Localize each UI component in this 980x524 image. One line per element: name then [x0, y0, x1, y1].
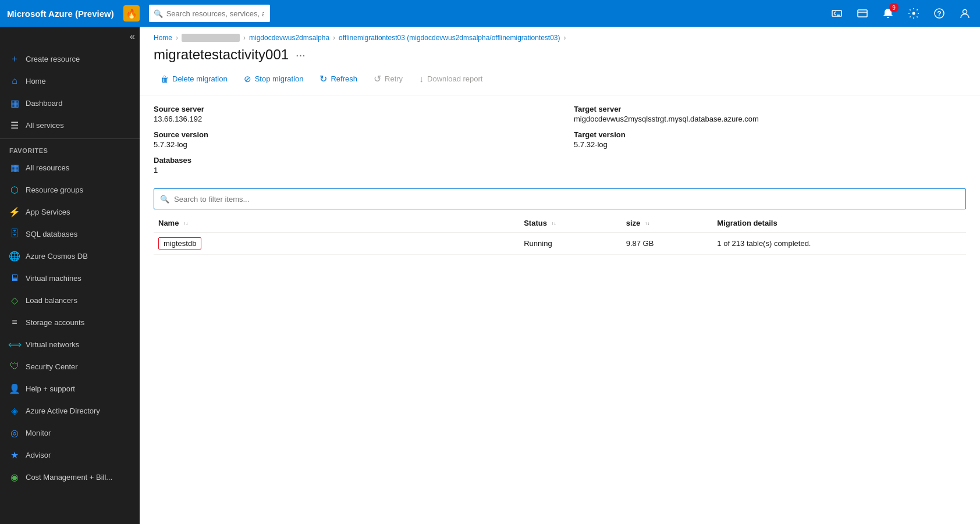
breadcrumb-home[interactable]: Home: [154, 34, 172, 42]
col-status[interactable]: Status ↑↓: [519, 214, 621, 233]
svg-point-4: [912, 12, 915, 15]
table-body: migtestdb Running 9.87 GB 1 of 213 table…: [154, 233, 966, 255]
toolbar: 🗑 Delete migration ⊘ Stop migration ↻ Re…: [140, 63, 980, 95]
sidebar-item-label: Virtual machines: [26, 274, 81, 283]
sidebar-item-help-support[interactable]: 👤 Help + support: [0, 377, 140, 400]
target-version-label: Target version: [574, 130, 966, 139]
azure-icon: 🔥: [123, 5, 140, 22]
sidebar-item-azure-active-directory[interactable]: ◈ Azure Active Directory: [0, 400, 140, 422]
source-version-group: Source version 5.7.32-log: [154, 130, 546, 149]
info-section: Source server 13.66.136.192 Target serve…: [140, 95, 980, 184]
col-size[interactable]: size ↑↓: [622, 214, 713, 233]
stop-migration-button[interactable]: ⊘ Stop migration: [237, 70, 311, 88]
cost-management-icon: ◉: [9, 472, 20, 482]
sidebar-item-label: Advisor: [26, 451, 51, 459]
search-wrapper: 🔍: [149, 5, 545, 22]
breadcrumb: Home › › migdocdevwus2dmsalpha › offline…: [140, 27, 980, 42]
databases-value: 1: [154, 166, 546, 174]
sidebar-item-label: Storage accounts: [26, 318, 84, 327]
sidebar-item-virtual-machines[interactable]: 🖥 Virtual machines: [0, 267, 140, 289]
breadcrumb-test03[interactable]: offlinemigrationtest03 (migdocdevwus2dms…: [339, 34, 560, 42]
sidebar-item-advisor[interactable]: ★ Advisor: [0, 444, 140, 466]
page-title: migratetestactivity001: [154, 47, 289, 63]
target-server-group: Target server migdocdevwus2mysqlsstrgt.m…: [574, 105, 966, 123]
search-input[interactable]: [149, 5, 270, 22]
target-server-value: migdocdevwus2mysqlsstrgt.mysql.database.…: [574, 115, 966, 123]
sidebar-item-load-balancers[interactable]: ◇ Load balancers: [0, 289, 140, 311]
notifications-button[interactable]: 9: [880, 5, 896, 22]
notification-count: 9: [889, 3, 899, 12]
retry-button[interactable]: ↺ Retry: [367, 70, 410, 88]
download-icon: ↓: [419, 74, 424, 84]
sidebar-item-cost-management[interactable]: ◉ Cost Management + Bill...: [0, 466, 140, 488]
data-table: Name ↑↓ Status ↑↓ size ↑↓ Migration de: [154, 214, 966, 255]
db-name-link[interactable]: migtestdb: [158, 237, 201, 249]
table-wrapper: Name ↑↓ Status ↑↓ size ↑↓ Migration de: [140, 214, 980, 255]
sidebar-item-all-services[interactable]: ☰ All services: [0, 114, 140, 136]
cell-migration-details: 1 of 213 table(s) completed.: [712, 233, 966, 255]
account-button[interactable]: [957, 5, 973, 22]
col-name[interactable]: Name ↑↓: [154, 214, 519, 233]
sidebar-item-label: All resources: [26, 163, 69, 172]
sidebar-item-resource-groups[interactable]: ⬡ Resource groups: [0, 179, 140, 201]
sidebar-item-label: Security Center: [26, 362, 78, 371]
svg-point-7: [963, 10, 967, 14]
cell-name: migtestdb: [154, 233, 519, 255]
breadcrumb-alpha[interactable]: migdocdevwus2dmsalpha: [249, 34, 329, 42]
sidebar-item-label: Home: [26, 77, 46, 85]
filter-search-icon: 🔍: [160, 195, 169, 204]
page-title-row: migratetestactivity001 ···: [140, 42, 980, 63]
virtual-networks-icon: ⟺: [9, 339, 20, 350]
help-button[interactable]: ?: [931, 5, 947, 22]
cell-size: 9.87 GB: [622, 233, 713, 255]
directory-button[interactable]: [854, 5, 871, 22]
advisor-icon: ★: [9, 450, 20, 460]
download-report-button[interactable]: ↓ Download report: [412, 70, 489, 88]
settings-button[interactable]: [906, 5, 922, 22]
sidebar-item-storage-accounts[interactable]: ≡ Storage accounts: [0, 311, 140, 333]
all-resources-icon: ▦: [9, 162, 20, 173]
sidebar-item-app-services[interactable]: ⚡ App Services: [0, 201, 140, 223]
page-title-dots-button[interactable]: ···: [296, 48, 306, 62]
sidebar-item-virtual-networks[interactable]: ⟺ Virtual networks: [0, 333, 140, 355]
source-server-label: Source server: [154, 105, 546, 113]
sidebar-item-label: Azure Active Directory: [26, 407, 100, 415]
name-sort-icon: ↑↓: [183, 222, 188, 226]
sidebar-item-create-resource[interactable]: ＋ Create resource: [0, 48, 140, 70]
sidebar-item-dashboard[interactable]: ▦ Dashboard: [0, 92, 140, 114]
sql-databases-icon: 🗄: [9, 229, 20, 239]
cloud-shell-button[interactable]: [829, 5, 845, 22]
breadcrumb-blurred: [182, 34, 240, 42]
collapse-button[interactable]: «: [130, 31, 135, 42]
brand-title: Microsoft Azure (Preview): [7, 9, 114, 19]
sidebar-item-cosmos-db[interactable]: 🌐 Azure Cosmos DB: [0, 245, 140, 267]
refresh-button[interactable]: ↻ Refresh: [313, 70, 364, 88]
sidebar-item-label: Azure Cosmos DB: [26, 252, 88, 261]
table-header: Name ↑↓ Status ↑↓ size ↑↓ Migration de: [154, 214, 966, 233]
status-sort-icon: ↑↓: [552, 222, 556, 226]
sidebar-item-label: Monitor: [26, 429, 51, 437]
storage-accounts-icon: ≡: [9, 317, 20, 327]
filter-bar: 🔍: [154, 188, 966, 209]
delete-migration-button[interactable]: 🗑 Delete migration: [154, 71, 235, 87]
dashboard-icon: ▦: [9, 98, 20, 108]
source-version-label: Source version: [154, 130, 546, 139]
databases-label: Databases: [154, 156, 546, 165]
topbar: Microsoft Azure (Preview) 🔥 🔍 9 ?: [0, 0, 980, 27]
home-icon: ⌂: [9, 76, 20, 86]
sidebar-item-all-resources[interactable]: ▦ All resources: [0, 156, 140, 179]
source-version-value: 5.7.32-log: [154, 140, 546, 149]
sidebar-item-sql-databases[interactable]: 🗄 SQL databases: [0, 223, 140, 245]
svg-text:?: ?: [937, 10, 941, 18]
all-services-icon: ☰: [9, 120, 20, 130]
col-migration-details: Migration details: [712, 214, 966, 233]
stop-icon: ⊘: [244, 74, 251, 84]
main-layout: « ＋ Create resource ⌂ Home ▦ Dashboard ☰…: [0, 27, 980, 524]
sidebar-item-monitor[interactable]: ◎ Monitor: [0, 422, 140, 444]
search-icon: 🔍: [154, 9, 163, 18]
delete-icon: 🗑: [161, 74, 169, 84]
sidebar-item-security-center[interactable]: 🛡 Security Center: [0, 355, 140, 377]
filter-input[interactable]: [174, 195, 960, 204]
databases-group: Databases 1: [154, 156, 546, 174]
sidebar-item-home[interactable]: ⌂ Home: [0, 70, 140, 92]
